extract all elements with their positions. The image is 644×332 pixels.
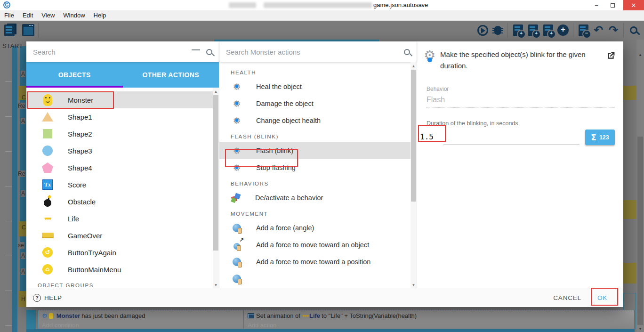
project-manager-icon[interactable] — [2, 23, 17, 38]
open-help-external-icon[interactable] — [606, 51, 616, 72]
scroll-down-icon[interactable]: ▼ — [411, 283, 417, 287]
force-action-icon — [231, 222, 243, 234]
gear-action-icon — [231, 162, 243, 174]
filter-icon[interactable] — [191, 49, 201, 55]
action-item-add-force-angle[interactable]: Add a force (angle) — [219, 219, 417, 236]
event-text-fragment: H — [21, 296, 26, 302]
menu-help[interactable]: Help — [89, 10, 111, 21]
list-item-buttonmainmenu[interactable]: ButtonMainMenu — [26, 261, 219, 278]
search-icon[interactable] — [404, 49, 410, 55]
scroll-up-icon[interactable]: ▲ — [213, 89, 219, 94]
event-text-fragment: C — [21, 224, 26, 231]
list-item-shape3[interactable]: Shape3 — [26, 142, 219, 159]
force-action-icon — [231, 273, 243, 285]
add-event-icon[interactable] — [510, 23, 525, 38]
action-item-damage[interactable]: Damage the object — [219, 95, 417, 112]
delete-selection-icon[interactable] — [576, 23, 591, 38]
add-other-event-icon[interactable]: + — [555, 23, 571, 38]
list-item-obstacle[interactable]: Obstacle — [26, 193, 219, 210]
scrollbar-thumb[interactable] — [213, 95, 218, 251]
action-item-flash-blink[interactable]: Flash (blink) — [219, 142, 417, 159]
actions-panel: HEALTH Heal the object Damage the object… — [219, 41, 417, 307]
objects-panel: OBJECTS OTHER ACTIONS Monster Shape1 Sha… — [26, 41, 219, 307]
flash-action-gear-icon — [424, 49, 435, 72]
toolbar-divider — [507, 23, 508, 37]
list-item-life[interactable]: Life — [26, 210, 219, 227]
start-page-icon[interactable] — [21, 23, 36, 38]
life-hearts-icon: ♥♥♥ — [302, 314, 308, 318]
scroll-up-icon[interactable]: ▲ — [411, 64, 417, 68]
list-item-monster[interactable]: Monster — [26, 91, 219, 108]
events-sheet-scrollbar[interactable]: ▲ ▼ — [636, 40, 644, 332]
list-item-score[interactable]: Score — [26, 176, 219, 193]
force-arrow-action-icon — [231, 239, 243, 251]
list-item-shape1[interactable]: Shape1 — [26, 108, 219, 125]
search-icon[interactable] — [206, 49, 212, 55]
objects-list: Monster Shape1 Shape2 Shape3 Shape4 Scor… — [26, 88, 219, 288]
duration-field-label: Duration of the blinking, in seconds — [417, 120, 615, 128]
search-events-icon[interactable] — [626, 23, 641, 38]
section-header-behaviors: BEHAVIORS — [219, 176, 417, 189]
restore-button[interactable] — [604, 0, 620, 10]
scrollbar-thumb[interactable] — [637, 137, 643, 325]
monster-object-icon — [49, 313, 53, 319]
undo-icon[interactable]: ↶ — [591, 23, 606, 38]
action-item-deactivate-behavior[interactable]: De/activate a behavior — [219, 189, 417, 206]
events-sheet-start-label: START — [2, 42, 23, 49]
toolbar-divider — [623, 23, 624, 37]
menu-window[interactable]: Window — [59, 10, 89, 21]
bomb-object-icon — [41, 195, 54, 208]
scrollbar-thumb[interactable] — [411, 70, 416, 202]
scroll-down-icon[interactable]: ▼ — [213, 283, 219, 287]
selected-event-row-fragment — [623, 86, 636, 100]
add-comment-icon[interactable] — [540, 23, 555, 38]
action-item-heal[interactable]: Heal the object — [219, 78, 417, 95]
triangle-object-icon — [41, 111, 54, 123]
add-condition-link: Add condition — [38, 321, 243, 329]
scroll-down-icon[interactable]: ▼ — [636, 327, 644, 331]
close-button[interactable]: ✕ — [623, 0, 644, 10]
action-search-input[interactable] — [226, 48, 398, 56]
input-underline — [443, 129, 580, 145]
condition-text: has just been damaged — [81, 312, 145, 319]
redo-icon[interactable]: ↷ — [606, 23, 621, 38]
help-button[interactable]: ? HELP — [33, 294, 62, 302]
objects-list-scrollbar[interactable]: ▲ ▼ — [213, 88, 219, 288]
actions-list-scrollbar[interactable]: ▲ ▼ — [411, 62, 417, 288]
event-text-fragment: se — [17, 242, 24, 249]
title-bar: G game.json.autosave – ✕ — [0, 0, 644, 10]
gear-action-icon — [231, 81, 243, 93]
dialog-footer: ? HELP CANCEL OK — [26, 288, 623, 307]
list-item-gameover[interactable]: GameOver — [26, 227, 219, 244]
action-item-add-force-toward-object[interactable]: Add a force to move toward an object — [219, 236, 417, 253]
minimize-button[interactable]: – — [588, 0, 604, 10]
action-item-add-force-toward-position[interactable]: Add a force to move toward a position — [219, 253, 417, 270]
add-subevent-icon[interactable] — [525, 23, 540, 38]
cancel-button[interactable]: CANCEL — [547, 290, 588, 306]
list-item-shape4[interactable]: Shape4 — [26, 159, 219, 176]
object-search-input[interactable] — [33, 48, 186, 56]
action-description: Make the specified object(s) blink for t… — [440, 49, 606, 72]
action-item-change-health[interactable]: Change object health — [219, 112, 417, 129]
home-button-object-icon — [41, 263, 54, 275]
action-item-stop-flashing[interactable]: Stop flashing — [219, 159, 417, 176]
tab-other-actions[interactable]: OTHER ACTIONS — [123, 62, 219, 88]
tab-objects[interactable]: OBJECTS — [26, 62, 123, 88]
object-tabs: OBJECTS OTHER ACTIONS — [26, 62, 219, 88]
action-text-suffix: to "Life" + ToString(Variable(health) — [322, 312, 417, 319]
menu-file[interactable]: File — [0, 10, 18, 21]
text-object-icon — [41, 178, 54, 191]
list-item-shape2[interactable]: Shape2 — [26, 125, 219, 142]
scroll-up-icon[interactable]: ▲ — [636, 53, 644, 57]
ok-button[interactable]: OK — [588, 290, 617, 306]
preview-play-icon[interactable] — [475, 23, 490, 38]
action-item-partial[interactable] — [219, 270, 417, 287]
section-header-health: HEALTH — [219, 65, 417, 78]
debug-icon[interactable] — [490, 23, 505, 38]
menu-view[interactable]: View — [37, 10, 59, 21]
toolbar: + ↶ ↷ — [0, 21, 644, 40]
event-text-fragment: A — [21, 190, 25, 197]
expression-editor-button[interactable]: Σ 123 — [585, 130, 615, 145]
list-item-buttontryagain[interactable]: ButtonTryAgain — [26, 244, 219, 261]
menu-edit[interactable]: Edit — [18, 10, 37, 21]
